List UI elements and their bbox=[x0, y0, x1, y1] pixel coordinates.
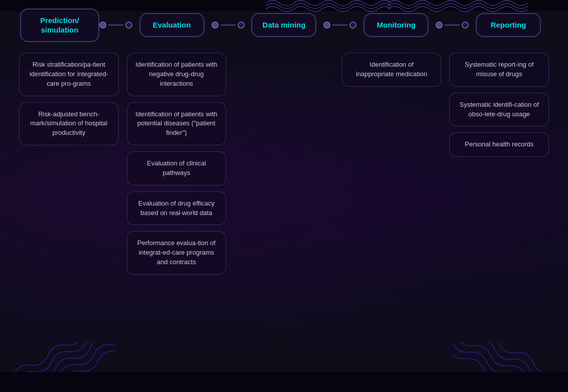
stage-label-prediction: Prediction/ simulation bbox=[40, 16, 79, 35]
column-prediction: Risk stratification/pa-tient identificat… bbox=[15, 53, 123, 377]
stage-reporting: Reporting bbox=[469, 13, 548, 37]
stage-box-data-mining: Data mining bbox=[251, 13, 316, 37]
connector-dot-right-2 bbox=[238, 22, 245, 29]
connector-dot-left-1 bbox=[99, 22, 106, 29]
column-reporting: Systematic report-ing of misuse of drugs… bbox=[445, 53, 553, 377]
stage-label-monitoring: Monitoring bbox=[377, 21, 416, 29]
card-patient-finder: Identification of patients with potentia… bbox=[127, 102, 227, 146]
connector-1-2 bbox=[99, 22, 132, 29]
connector-dot-left-3 bbox=[323, 22, 330, 29]
main-content: Prediction/ simulation Evaluation Data m… bbox=[15, 5, 553, 377]
stage-label-reporting: Reporting bbox=[491, 21, 526, 29]
column-data-mining bbox=[230, 53, 338, 377]
column-evaluation: Identification of patients with negative… bbox=[123, 53, 231, 377]
connector-line-3 bbox=[332, 25, 347, 26]
stage-box-monitoring: Monitoring bbox=[363, 13, 429, 37]
stage-evaluation: Evaluation bbox=[132, 13, 212, 37]
card-inappropriate-medication: Identification of inappropriate medicati… bbox=[342, 53, 442, 87]
stage-label-data-mining: Data mining bbox=[263, 21, 306, 29]
connector-3-4 bbox=[323, 22, 356, 29]
stage-data-mining: Data mining bbox=[245, 13, 324, 37]
connector-line-1 bbox=[108, 25, 123, 26]
stage-label-evaluation: Evaluation bbox=[153, 21, 191, 29]
card-performance-evaluation: Performance evalua-tion of integrat-ed-c… bbox=[127, 231, 227, 275]
cards-area: Risk stratification/pa-tient identificat… bbox=[15, 45, 553, 377]
card-personal-health-records: Personal health records bbox=[449, 132, 549, 157]
connector-line-4 bbox=[445, 25, 460, 26]
connector-dot-right-1 bbox=[125, 22, 132, 29]
pipeline-header: Prediction/ simulation Evaluation Data m… bbox=[15, 5, 553, 45]
card-obsolete-drug: Systematic identifi-cation of obso-lete-… bbox=[449, 93, 549, 127]
card-drug-drug-interactions: Identification of patients with negative… bbox=[127, 53, 227, 96]
stage-box-evaluation: Evaluation bbox=[139, 13, 205, 37]
stage-monitoring: Monitoring bbox=[356, 13, 436, 37]
stage-box-reporting: Reporting bbox=[476, 13, 541, 37]
card-risk-adjusted: Risk-adjusted bench-mark/simulation of h… bbox=[19, 102, 119, 146]
connector-line-2 bbox=[221, 25, 236, 26]
card-misuse-drugs: Systematic report-ing of misuse of drugs bbox=[449, 53, 549, 87]
connector-dot-right-4 bbox=[462, 22, 469, 29]
connector-2-3 bbox=[212, 22, 245, 29]
stage-prediction: Prediction/ simulation bbox=[20, 9, 99, 42]
stage-box-prediction: Prediction/ simulation bbox=[20, 9, 99, 42]
connector-dot-right-3 bbox=[349, 22, 356, 29]
card-clinical-pathways: Evaluation of clinical pathways bbox=[127, 151, 227, 185]
card-risk-stratification: Risk stratification/pa-tient identificat… bbox=[19, 53, 119, 96]
connector-4-5 bbox=[436, 22, 469, 29]
card-drug-efficacy: Evaluation of drug efficacy based on rea… bbox=[127, 191, 227, 226]
connector-dot-left-4 bbox=[436, 22, 443, 29]
connector-dot-left-2 bbox=[212, 22, 219, 29]
column-monitoring: Identification of inappropriate medicati… bbox=[338, 53, 446, 377]
